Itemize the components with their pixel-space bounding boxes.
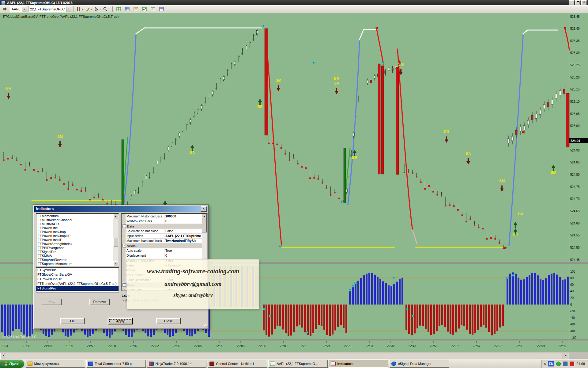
indicator-list-item[interactable]: FTPowerLineHP (37, 238, 113, 242)
configured-indicators-list[interactable]: FTCyclePlusFTGlobalChartBars/GVFTPowerLi… (36, 267, 119, 293)
scrollbar-thumb[interactable] (202, 219, 207, 232)
collapse-icon[interactable]: - (123, 283, 126, 287)
scroll-right-button[interactable]: ► (563, 353, 569, 359)
dropdown-caret-icon[interactable]: ▼ (66, 6, 71, 12)
dropdown-caret-icon[interactable]: ▼ (22, 6, 27, 12)
configured-indicator-item[interactable]: FTSignalPro (36, 286, 119, 291)
property-row[interactable]: Input seriesAAPL (22,1 FTSupreme (122, 234, 202, 239)
tray-alert-icon[interactable] (570, 362, 574, 366)
tray-collapse-icon[interactable]: « (544, 362, 546, 366)
dialog-titlebar[interactable]: Indicators × (34, 206, 208, 212)
indicator-list-item[interactable]: FTPowerStrengthIndex (37, 242, 113, 246)
instrument-dropdown[interactable]: AAPL ▼ (10, 6, 27, 12)
language-indicator[interactable]: EN (548, 361, 554, 366)
chart-style-button[interactable]: ▼ (76, 6, 84, 13)
osc-axis-label: 20 (570, 296, 574, 300)
data-box-button[interactable] (132, 6, 139, 13)
apply-button[interactable]: Apply (108, 318, 133, 324)
available-list-scrollbar[interactable]: ▲ ▼ (113, 214, 118, 266)
indicators-button[interactable] (149, 6, 156, 13)
signal-label: BR (334, 76, 339, 81)
scroll-left-button[interactable]: ◄ (0, 353, 6, 359)
taskbar-button-cc[interactable]: Control Center - Untitled1 (208, 360, 267, 368)
tray-app-icon[interactable] (563, 362, 567, 366)
window-titlebar[interactable]: AAPL (22,1 FTSupremeOHLC) 15/11/2013 _ × (0, 0, 588, 5)
time-axis-label: 1:53 (2, 344, 8, 348)
scroll-up-button[interactable]: ▲ (202, 214, 207, 219)
scrollbar-thumb[interactable] (113, 238, 118, 247)
interval-dropdown[interactable]: 22,1 FTSupremeOHLC ▼ (28, 6, 71, 12)
scroll-up-button[interactable]: ▲ (113, 214, 118, 219)
indicator-list-item[interactable]: FTSMMA (37, 254, 113, 258)
time-axis-label: 21:59 (65, 344, 73, 348)
indicator-list-item[interactable]: FTStopAndReverse (37, 258, 113, 262)
property-value[interactable]: AAPL (22,1 FTSupreme (164, 234, 202, 238)
drawing-tools-button[interactable]: ▼ (85, 6, 92, 13)
property-value[interactable]: TwoHundredFiftySix (164, 239, 202, 243)
taskbar-button-ind[interactable]: Indicators (329, 360, 388, 368)
property-label: Maximum Historical Bars (126, 214, 164, 219)
property-value[interactable]: 0 (164, 219, 202, 224)
zoom-tool-button[interactable]: ▼ (103, 6, 110, 13)
indicator-list-item[interactable]: FTPowerLine (37, 226, 113, 230)
indicator-list-item[interactable]: FTSignalPro (37, 250, 113, 254)
indicator-list-item[interactable]: FTPSIDivergence (37, 246, 113, 250)
dialog-close-action-button[interactable]: Close (156, 318, 181, 324)
indicator-list-item[interactable]: FTPowerLineChopHP (37, 234, 113, 238)
price-axis-label: 525,45 (570, 15, 580, 18)
taskbar-button-nt[interactable]: NinjaTrader 7.0.1000.14... (147, 360, 206, 368)
time-axis-label: 22:59 (537, 344, 545, 348)
property-value[interactable]: 100000 (164, 214, 202, 219)
new-button[interactable]: New (42, 299, 62, 305)
available-indicators-list[interactable]: FTMomentumFTMultiKeltnerChannelFTMultiMA… (36, 213, 119, 267)
collapse-icon[interactable]: - (123, 244, 126, 247)
property-row[interactable]: Displacement0 (122, 253, 202, 258)
horizontal-scrollbar[interactable]: ◄ ► (0, 352, 588, 359)
indicator-list-item[interactable]: FTSupremeMomentum (37, 262, 113, 266)
close-window-button[interactable]: × (581, 0, 587, 5)
property-row[interactable]: Wait-to-Start Bars0 (122, 219, 202, 224)
resize-grip[interactable] (204, 324, 208, 328)
indicator-list-item[interactable]: FTMultiMACD (37, 222, 113, 226)
indicator-list-item[interactable]: FTPowerLineChop (37, 230, 113, 234)
property-value[interactable]: 0 (164, 253, 202, 258)
minimize-button[interactable]: _ (569, 0, 575, 5)
maximize-button[interactable] (575, 0, 581, 5)
property-row[interactable]: Maximum bars look backTwoHundredFiftySix (122, 239, 202, 243)
property-row[interactable]: Maximum Historical Bars100000 (122, 214, 202, 219)
row-margin (122, 229, 126, 233)
property-row[interactable]: Calculate on bar closeFalse (122, 229, 202, 234)
taskbar-button-tc[interactable]: Total Commander 7.50 p... (86, 360, 146, 368)
configured-indicator-item[interactable]: FTPowerLineHP (36, 277, 119, 282)
collapse-icon[interactable]: - (123, 224, 126, 228)
property-value[interactable]: True (164, 248, 202, 253)
property-row[interactable]: Auto scaleTrue (122, 248, 202, 253)
indicator-list-item[interactable]: FTMomentum (37, 214, 113, 218)
taskbar-button-chart[interactable]: AAPL (22,1 FTSupremeO... (268, 360, 328, 368)
taskbar-button-esignal[interactable]: eSignal Data Manager (390, 360, 449, 368)
ok-button[interactable]: OK (60, 318, 85, 324)
property-section-row[interactable]: -Data (122, 224, 202, 229)
tray-status-icon[interactable] (556, 362, 561, 366)
scroll-down-button[interactable]: ▼ (113, 261, 118, 266)
cursor-tool-button[interactable]: ▼ (94, 6, 101, 13)
chart-trader-button[interactable] (141, 6, 148, 13)
magnifier-icon (103, 7, 108, 12)
configured-indicator-item[interactable]: FTCyclePlus (36, 268, 119, 272)
remove-button[interactable]: Remove (89, 299, 110, 305)
indicator-list-item[interactable]: FTMultiKeltnerChannel (37, 218, 113, 222)
property-value[interactable]: False (164, 229, 202, 233)
dialog-close-button[interactable]: × (201, 206, 207, 212)
taskbar-button-folder[interactable]: Мои документы (26, 360, 85, 368)
time-axis-label: 22:59 (515, 344, 523, 348)
grid-panel-button[interactable] (115, 6, 122, 13)
scrollbar-thumb[interactable] (6, 353, 562, 359)
start-button[interactable]: Пуск (0, 360, 24, 368)
marker-dot (512, 274, 514, 277)
data-grid-button[interactable] (123, 6, 131, 13)
property-section-row[interactable]: -Visual (122, 243, 202, 248)
dropdown-caret-icon: ▼ (108, 8, 110, 10)
configured-indicator-item[interactable]: FTGlobalChartBars/GV (36, 272, 119, 277)
configured-indicator-item[interactable]: FTTrendOver(AAPL (22,1 FTSupremeOHLC),5,… (36, 282, 119, 286)
properties-button[interactable] (158, 6, 165, 13)
